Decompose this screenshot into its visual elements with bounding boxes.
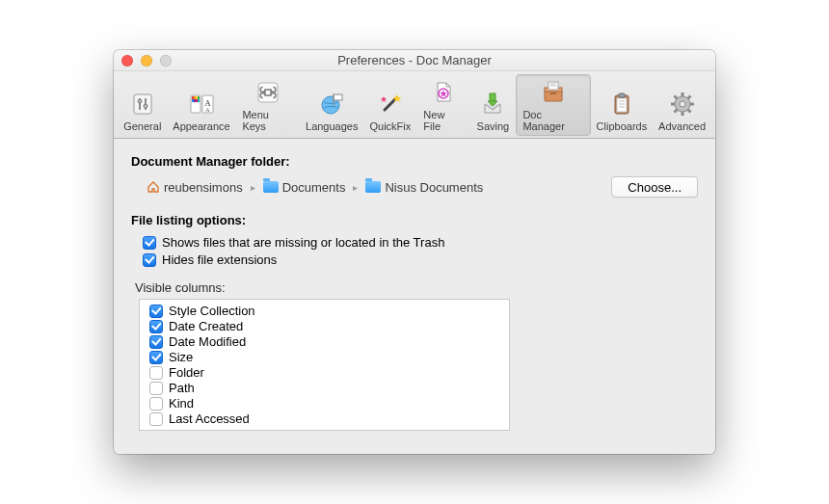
option-show-missing[interactable]: Shows files that are missing or located … — [131, 235, 698, 250]
tab-label: Advanced — [658, 120, 706, 132]
breadcrumb-row: reubensimons ▸ Documents ▸ Nisus Documen… — [131, 176, 698, 198]
svg-rect-11 — [194, 99, 196, 102]
preferences-window: Preferences - Doc Manager General AA App… — [114, 50, 715, 454]
chevron-right-icon: ▸ — [249, 182, 257, 193]
column-style-collection[interactable]: Style Collection — [140, 304, 509, 318]
svg-rect-19 — [334, 94, 342, 100]
column-label: Folder — [169, 365, 204, 380]
chevron-right-icon: ▸ — [351, 182, 360, 193]
column-label: Last Accessed — [169, 411, 250, 426]
column-label: Kind — [169, 396, 194, 411]
checkbox[interactable] — [149, 397, 163, 411]
svg-point-39 — [680, 101, 685, 107]
visible-columns-list: Style Collection Date Created Date Modif… — [139, 299, 510, 431]
zoom-icon[interactable] — [160, 55, 172, 66]
command-key-icon — [254, 78, 282, 107]
column-size[interactable]: Size — [140, 350, 509, 364]
checkbox[interactable] — [149, 305, 163, 318]
breadcrumb-item-nisus[interactable]: Nisus Documents — [365, 180, 483, 195]
tab-label: Appearance — [173, 120, 229, 132]
home-icon — [147, 180, 160, 194]
checkbox[interactable] — [149, 320, 163, 333]
column-date-modified[interactable]: Date Modified — [140, 334, 509, 349]
tab-new-file[interactable]: New File — [416, 74, 469, 136]
breadcrumb-label: Nisus Documents — [385, 180, 483, 195]
tab-clipboards[interactable]: Clipboards — [591, 74, 653, 136]
magic-wand-icon — [376, 90, 405, 119]
checkbox[interactable] — [149, 412, 163, 426]
checkbox[interactable] — [143, 253, 156, 267]
breadcrumb: reubensimons ▸ Documents ▸ Nisus Documen… — [147, 180, 602, 195]
tab-general[interactable]: General — [118, 74, 168, 136]
titlebar: Preferences - Doc Manager — [114, 50, 715, 71]
svg-rect-25 — [490, 93, 495, 101]
breadcrumb-label: reubensimons — [164, 180, 243, 195]
choose-button[interactable]: Choose... — [611, 176, 698, 198]
svg-rect-26 — [545, 91, 562, 101]
tab-label: Languages — [306, 120, 358, 132]
column-label: Date Modified — [169, 334, 246, 349]
svg-rect-33 — [617, 98, 627, 112]
tab-doc-manager[interactable]: Doc Manager — [516, 74, 590, 136]
column-kind[interactable]: Kind — [140, 396, 509, 411]
svg-rect-12 — [196, 99, 198, 102]
preferences-toolbar: General AA Appearance Menu Keys Language… — [114, 71, 715, 139]
svg-rect-31 — [550, 93, 556, 94]
checkbox[interactable] — [149, 351, 163, 364]
column-folder[interactable]: Folder — [140, 365, 509, 380]
breadcrumb-item-documents[interactable]: Documents — [263, 180, 346, 195]
svg-rect-34 — [619, 93, 625, 97]
svg-line-47 — [674, 110, 677, 113]
option-label: Shows files that are missing or located … — [162, 235, 444, 250]
tab-menu-keys[interactable]: Menu Keys — [235, 74, 300, 136]
column-path[interactable]: Path — [140, 381, 509, 395]
tab-label: QuickFix — [369, 120, 411, 132]
window-title: Preferences - Doc Manager — [337, 53, 492, 67]
minimize-icon[interactable] — [141, 55, 152, 66]
tab-saving[interactable]: Saving — [469, 74, 516, 136]
tab-label: Menu Keys — [242, 109, 293, 132]
choose-button-label: Choose... — [628, 180, 682, 195]
breadcrumb-label: Documents — [282, 180, 346, 195]
appearance-icon: AA — [187, 90, 216, 119]
svg-point-4 — [144, 104, 147, 108]
tab-label: General — [123, 120, 161, 132]
column-label: Path — [169, 381, 195, 395]
close-icon[interactable] — [121, 55, 133, 66]
column-last-accessed[interactable]: Last Accessed — [140, 411, 509, 426]
new-file-icon — [429, 78, 458, 107]
option-hide-extensions[interactable]: Hides file extensions — [131, 252, 698, 267]
checkbox[interactable] — [149, 335, 163, 349]
folder-icon — [365, 181, 381, 193]
column-label: Date Created — [169, 319, 243, 333]
doc-manager-icon — [539, 78, 568, 107]
column-date-created[interactable]: Date Created — [140, 319, 509, 333]
folder-icon — [263, 181, 279, 193]
checkbox[interactable] — [149, 366, 163, 380]
checkbox[interactable] — [149, 382, 163, 395]
svg-rect-6 — [192, 96, 194, 99]
content-area: Document Manager folder: reubensimons ▸ … — [114, 139, 715, 454]
svg-text:A: A — [205, 107, 210, 113]
svg-rect-9 — [198, 96, 200, 99]
tab-appearance[interactable]: AA Appearance — [168, 74, 236, 136]
doc-folder-label: Document Manager folder: — [131, 154, 698, 169]
traffic-lights — [121, 55, 172, 66]
sliders-icon — [128, 90, 157, 119]
clipboard-icon — [607, 90, 636, 119]
svg-rect-13 — [198, 99, 200, 102]
svg-rect-7 — [194, 96, 196, 99]
tab-languages[interactable]: Languages — [300, 74, 363, 136]
svg-line-44 — [674, 96, 677, 99]
saving-icon — [478, 90, 507, 119]
tab-quickfix[interactable]: QuickFix — [363, 74, 416, 136]
checkbox[interactable] — [143, 236, 156, 250]
tab-advanced[interactable]: Advanced — [653, 74, 711, 136]
svg-line-45 — [687, 110, 690, 113]
tab-label: New File — [423, 109, 463, 132]
svg-rect-0 — [134, 94, 151, 114]
breadcrumb-item-home[interactable]: reubensimons — [147, 180, 243, 195]
svg-point-3 — [138, 99, 142, 103]
tab-label: Saving — [477, 120, 510, 132]
globe-flag-icon — [317, 90, 346, 119]
